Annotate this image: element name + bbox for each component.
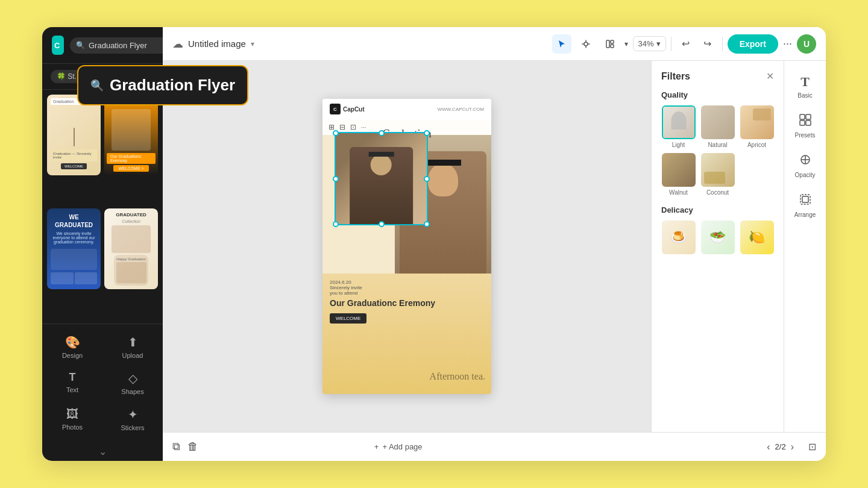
- template-card-3[interactable]: WEGRADUATED We sincerely invite everyone…: [47, 208, 101, 319]
- more-options-btn[interactable]: ···: [783, 37, 792, 50]
- nav-item-shapes-label: Shapes: [121, 388, 143, 395]
- sidebar-header: C 🔍 ✕ ↻ ⊟: [42, 27, 163, 64]
- filters-header: Filters ✕: [661, 70, 774, 82]
- canvas-main[interactable]: C CapCut WWW.CAPCUT.COM ⊞ ⊟ ⊡ ··· Gradua…: [163, 61, 651, 432]
- nav-item-stickers[interactable]: ✦ Stickers: [102, 401, 163, 437]
- nav-item-photos[interactable]: 🖼 Photos: [42, 401, 102, 437]
- filters-panel: Filters ✕ Quality Light: [651, 61, 784, 432]
- nav-item-shapes[interactable]: ◇ Shapes: [102, 365, 163, 401]
- copy-page-btn[interactable]: ⧉: [172, 440, 180, 453]
- right-tool-opacity[interactable]: Opacity: [789, 147, 821, 184]
- capcut-logo-box: C: [330, 104, 341, 114]
- filter-thumb-light: [662, 105, 696, 139]
- nav-item-design[interactable]: 🎨 Design: [42, 329, 102, 365]
- doc-welcome-btn[interactable]: WELCOME: [330, 313, 366, 324]
- filter-label-light: Light: [672, 142, 685, 148]
- nav-items: 🎨 Design ⬆ Upload T Text ◇ Shapes 🖼 Phot…: [42, 324, 163, 442]
- page-nav: ‹ 2/2 ›: [767, 442, 794, 452]
- design-icon: 🎨: [65, 335, 80, 349]
- add-page-icon: +: [374, 442, 379, 451]
- add-page-label: + Add page: [382, 442, 422, 451]
- nav-item-text-label: Text: [66, 386, 78, 393]
- resize-handle-tr[interactable]: [424, 130, 430, 136]
- quality-section-title: Quality: [661, 90, 774, 99]
- grid-tool-icon[interactable]: ⊟: [339, 123, 345, 131]
- resize-handle-br[interactable]: [424, 221, 430, 227]
- nav-item-text[interactable]: T Text: [42, 365, 102, 401]
- svg-rect-8: [800, 120, 805, 125]
- filter-thumb-coconut: [701, 153, 735, 187]
- filters-title: Filters: [661, 71, 690, 82]
- filter-label-natural: Natural: [708, 142, 727, 148]
- doc-afternoon-text: Afternoon tea.: [430, 371, 485, 382]
- filter-item-food2[interactable]: 🥗: [700, 221, 735, 257]
- nav-item-design-label: Design: [62, 352, 83, 359]
- filter-item-walnut[interactable]: Walnut: [661, 153, 696, 196]
- resize-handle-ml[interactable]: [333, 176, 339, 182]
- template-card-1[interactable]: Graduation Graduation — Sincerely invite…: [47, 95, 101, 205]
- capcut-brand-logo: C CapCut: [330, 104, 365, 114]
- filters-close-btn[interactable]: ✕: [766, 70, 774, 82]
- export-btn[interactable]: Export: [728, 34, 778, 54]
- canvas-document[interactable]: C CapCut WWW.CAPCUT.COM ⊞ ⊟ ⊡ ··· Gradua…: [322, 99, 491, 394]
- divider2: [722, 37, 723, 51]
- sidebar-more-btn[interactable]: ⌄: [42, 442, 163, 461]
- svg-rect-6: [800, 114, 805, 119]
- right-tools-panel: T Basic Presets Opacity: [784, 61, 826, 432]
- undo-btn[interactable]: ↩: [676, 34, 696, 54]
- filter-item-apricot[interactable]: Apricot: [740, 105, 774, 148]
- resize-handle-mr[interactable]: [424, 176, 430, 182]
- filter-item-coconut[interactable]: Coconut: [700, 153, 735, 196]
- selected-photo: [336, 133, 427, 224]
- template-card-4[interactable]: GRADUATED Collection Happy Graduation: [104, 208, 158, 319]
- resize-handle-tl[interactable]: [333, 130, 339, 136]
- filter-label-walnut: Walnut: [669, 189, 688, 196]
- next-page-btn[interactable]: ›: [791, 442, 794, 452]
- zoom-control[interactable]: 34% ▾: [633, 36, 666, 51]
- right-tool-arrange[interactable]: Arrange: [789, 187, 821, 224]
- stickers-icon: ✦: [128, 407, 138, 422]
- basic-icon: T: [800, 74, 810, 90]
- logo-icon: C: [52, 36, 64, 55]
- photos-icon: 🖼: [66, 407, 78, 421]
- canvas-wrapper: C CapCut WWW.CAPCUT.COM ⊞ ⊟ ⊡ ··· Gradua…: [163, 61, 826, 432]
- filter-item-light[interactable]: Light: [661, 105, 696, 148]
- layout-chevron-icon[interactable]: ▾: [624, 40, 628, 48]
- select-tool-btn[interactable]: [552, 34, 571, 54]
- resize-handle-tm[interactable]: [379, 130, 385, 136]
- zoom-chevron-icon: ▾: [656, 39, 661, 48]
- layout-tool-btn[interactable]: [600, 34, 620, 54]
- doc-bottom-section: 2024.6.20 Sincerely invite you to attend…: [322, 274, 491, 394]
- canvas-doc-header: C CapCut WWW.CAPCUT.COM: [322, 99, 491, 119]
- doc-invite-line2: you to attend: [330, 290, 484, 296]
- zoom-value: 34%: [638, 39, 654, 48]
- filter-item-food1[interactable]: 🍮: [661, 221, 696, 257]
- resize-handle-bl[interactable]: [333, 221, 339, 227]
- doc-more-icon[interactable]: ···: [361, 124, 366, 131]
- search-popup: 🔍 Graduation Flyer: [77, 65, 248, 105]
- filter-item-natural[interactable]: Natural: [700, 105, 735, 148]
- fullscreen-btn[interactable]: ⊡: [808, 441, 816, 452]
- svg-point-2: [584, 42, 588, 46]
- nav-item-upload[interactable]: ⬆ Upload: [102, 329, 163, 365]
- filter-item-food3[interactable]: 🍋: [740, 221, 774, 257]
- arrange-tool-icon[interactable]: ⊡: [350, 123, 356, 131]
- page-indicator: 2/2: [775, 442, 786, 451]
- resize-handle-bm[interactable]: [379, 221, 385, 227]
- redo-btn[interactable]: ↪: [698, 34, 717, 54]
- pan-tool-btn[interactable]: [576, 34, 596, 54]
- doc-invite-line1: Sincerely invite: [330, 285, 484, 290]
- presets-label: Presets: [795, 132, 816, 139]
- quality-filter-grid: Light Natural: [661, 105, 774, 196]
- title-chevron-icon[interactable]: ▾: [251, 40, 254, 48]
- nav-item-upload-label: Upload: [122, 352, 143, 359]
- photo-frame-selected[interactable]: [335, 132, 428, 225]
- nav-item-stickers-label: Stickers: [121, 424, 144, 431]
- right-tool-presets[interactable]: Presets: [789, 107, 821, 145]
- prev-page-btn[interactable]: ‹: [767, 442, 770, 452]
- add-page-btn[interactable]: + + Add page: [374, 442, 423, 451]
- right-tool-basic[interactable]: T Basic: [789, 68, 821, 105]
- template-card-2[interactable]: GRADUATIOND Our Graduationc Eremony WELC…: [104, 95, 158, 205]
- delete-page-btn[interactable]: 🗑: [187, 440, 198, 453]
- doc-date: 2024.6.20: [330, 280, 484, 285]
